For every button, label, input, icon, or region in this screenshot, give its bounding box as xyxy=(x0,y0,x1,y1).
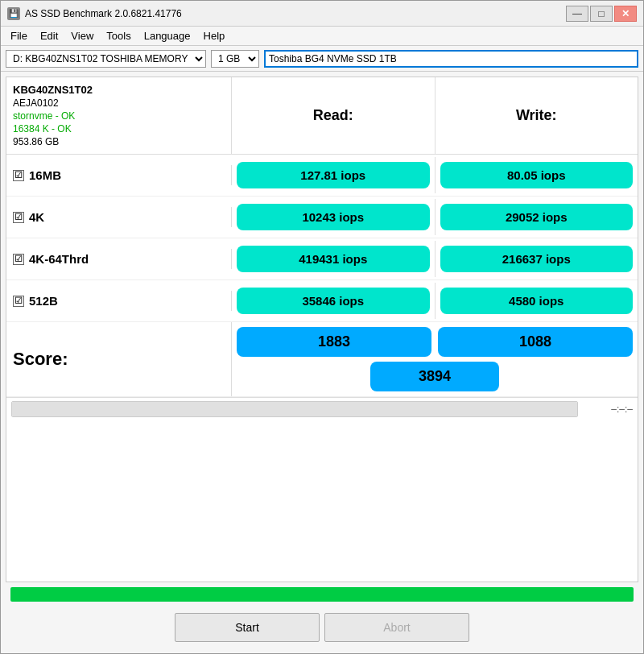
label-16mb: 16MB xyxy=(29,168,61,182)
score-top: 1883 1088 xyxy=(237,327,633,357)
drive-label-input[interactable] xyxy=(264,50,638,68)
write-result-4k64: 216637 iops xyxy=(440,246,634,272)
menu-bar: File Edit View Tools Language Help xyxy=(1,27,643,46)
app-icon: 💾 xyxy=(7,7,20,20)
row-label-16mb: ☑ 16MB xyxy=(6,165,232,185)
menu-tools[interactable]: Tools xyxy=(100,28,137,43)
title-bar-left: 💾 AS SSD Benchmark 2.0.6821.41776 xyxy=(7,7,182,20)
bottom-buttons: Start Abort xyxy=(6,606,638,648)
label-512b: 512B xyxy=(29,294,58,308)
write-result-512b: 4580 iops xyxy=(440,288,634,314)
score-read: 1883 xyxy=(237,327,431,357)
table-row: ☑ 4K-64Thrd 419431 iops 216637 iops xyxy=(6,238,638,280)
checkbox-16mb[interactable]: ☑ xyxy=(13,170,24,181)
menu-edit[interactable]: Edit xyxy=(34,28,64,43)
progress-area: –:–:– xyxy=(6,397,638,420)
menu-language[interactable]: Language xyxy=(138,28,197,43)
table-row: ☑ 16MB 127.81 iops 80.05 iops xyxy=(6,155,638,197)
write-cell-4k64: 216637 iops xyxy=(436,241,638,277)
main-window: 💾 AS SSD Benchmark 2.0.6821.41776 — □ ✕ … xyxy=(0,0,644,654)
read-result-4k: 10243 iops xyxy=(237,204,430,230)
write-result-4k: 29052 iops xyxy=(440,204,634,230)
score-write: 1088 xyxy=(438,327,633,357)
score-row: Score: 1883 1088 3894 xyxy=(6,322,638,397)
menu-help[interactable]: Help xyxy=(197,28,232,43)
drive-select[interactable]: D: KBG40ZNS1T02 TOSHIBA MEMORY xyxy=(6,50,206,68)
write-cell-16mb: 80.05 iops xyxy=(436,157,638,193)
title-bar: 💾 AS SSD Benchmark 2.0.6821.41776 — □ ✕ xyxy=(1,1,643,27)
write-cell-4k: 29052 iops xyxy=(436,199,638,235)
read-header: Read: xyxy=(232,77,436,154)
read-result-512b: 35846 iops xyxy=(237,288,430,314)
drive-model: KBG40ZNS1T02 xyxy=(13,84,225,96)
progress-bar-fill xyxy=(12,402,577,416)
benchmark-area: KBG40ZNS1T02 AEJA0102 stornvme - OK 1638… xyxy=(6,77,638,582)
label-4k: 4K xyxy=(29,210,44,224)
table-row: ☑ 512B 35846 iops 4580 iops xyxy=(6,280,638,322)
main-content: KBG40ZNS1T02 AEJA0102 stornvme - OK 1638… xyxy=(1,72,643,653)
read-cell-512b: 35846 iops xyxy=(232,283,436,319)
green-progress-bar xyxy=(10,587,634,602)
write-cell-512b: 4580 iops xyxy=(436,283,638,319)
drive-firmware: AEJA0102 xyxy=(13,97,225,109)
read-result-4k64: 419431 iops xyxy=(237,246,430,272)
label-4k64: 4K-64Thrd xyxy=(29,252,89,266)
row-label-4k: ☑ 4K xyxy=(6,207,232,227)
write-result-16mb: 80.05 iops xyxy=(440,162,634,188)
read-cell-4k64: 419431 iops xyxy=(232,241,436,277)
table-row: ☑ 4K 10243 iops 29052 iops xyxy=(6,197,638,238)
start-button[interactable]: Start xyxy=(175,613,320,642)
row-label-512b: ☑ 512B xyxy=(6,291,232,311)
close-button[interactable]: ✕ xyxy=(614,6,637,22)
progress-time: –:–:– xyxy=(584,404,633,415)
minimize-button[interactable]: — xyxy=(566,6,588,22)
score-total: 3894 xyxy=(370,362,499,391)
menu-file[interactable]: File xyxy=(4,28,34,43)
menu-view[interactable]: View xyxy=(64,28,100,43)
size-select[interactable]: 1 GB xyxy=(211,50,259,68)
bench-header: KBG40ZNS1T02 AEJA0102 stornvme - OK 1638… xyxy=(6,77,638,155)
read-cell-16mb: 127.81 iops xyxy=(232,157,436,193)
drive-driver: stornvme - OK xyxy=(13,110,225,122)
drive-access: 16384 K - OK xyxy=(13,123,225,135)
checkbox-4k[interactable]: ☑ xyxy=(13,212,24,223)
write-header: Write: xyxy=(436,77,638,154)
checkbox-512b[interactable]: ☑ xyxy=(13,296,24,307)
read-result-16mb: 127.81 iops xyxy=(237,162,430,188)
window-title: AS SSD Benchmark 2.0.6821.41776 xyxy=(25,8,182,19)
benchmark-rows: ☑ 16MB 127.81 iops 80.05 iops ☑ 4K xyxy=(6,155,638,397)
drive-capacity: 953.86 GB xyxy=(13,136,225,147)
title-bar-buttons: — □ ✕ xyxy=(566,6,637,22)
drive-info: KBG40ZNS1T02 AEJA0102 stornvme - OK 1638… xyxy=(6,77,232,154)
score-area: 1883 1088 3894 xyxy=(232,322,638,396)
read-cell-4k: 10243 iops xyxy=(232,199,436,235)
score-label: Score: xyxy=(6,322,232,396)
progress-bar-container xyxy=(11,401,578,417)
row-label-4k64: ☑ 4K-64Thrd xyxy=(6,249,232,269)
maximize-button[interactable]: □ xyxy=(590,6,613,22)
toolbar: D: KBG40ZNS1T02 TOSHIBA MEMORY 1 GB xyxy=(1,46,643,72)
checkbox-4k64[interactable]: ☑ xyxy=(13,254,24,265)
abort-button[interactable]: Abort xyxy=(324,613,469,642)
